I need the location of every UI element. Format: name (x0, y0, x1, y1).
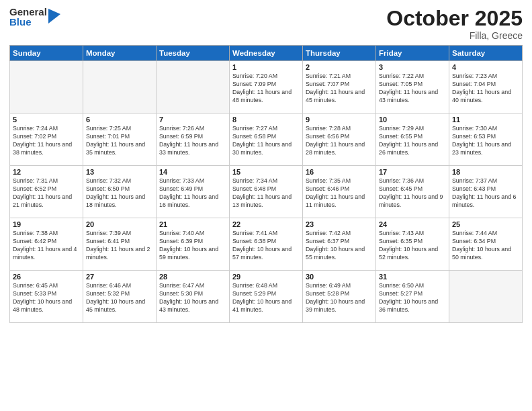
day-number: 28 (159, 273, 226, 281)
table-row: 21Sunrise: 7:40 AMSunset: 6:39 PMDayligh… (157, 218, 230, 271)
day-number: 8 (232, 116, 300, 124)
day-number: 5 (13, 116, 80, 124)
day-info: Sunrise: 7:43 AMSunset: 6:35 PMDaylight:… (379, 230, 446, 262)
day-info: Sunrise: 7:22 AMSunset: 7:05 PMDaylight:… (379, 73, 446, 105)
day-number: 7 (159, 116, 226, 124)
day-info: Sunrise: 7:36 AMSunset: 6:45 PMDaylight:… (379, 177, 446, 210)
day-number: 31 (379, 273, 446, 281)
day-info: Sunrise: 7:42 AMSunset: 6:37 PMDaylight:… (306, 230, 373, 262)
calendar-header-row: Sunday Monday Tuesday Wednesday Thursday… (10, 46, 523, 61)
day-number: 24 (379, 220, 446, 228)
day-info: Sunrise: 7:37 AMSunset: 6:43 PMDaylight:… (452, 177, 519, 210)
table-row: 30Sunrise: 6:49 AMSunset: 5:28 PMDayligh… (303, 271, 376, 323)
calendar-week-row: 12Sunrise: 7:31 AMSunset: 6:52 PMDayligh… (10, 166, 523, 218)
col-tuesday: Tuesday (157, 46, 230, 61)
table-row: 1Sunrise: 7:20 AMSunset: 7:09 PMDaylight… (230, 61, 303, 113)
day-info: Sunrise: 7:39 AMSunset: 6:41 PMDaylight:… (86, 230, 153, 262)
table-row: 15Sunrise: 7:34 AMSunset: 6:48 PMDayligh… (230, 166, 303, 218)
day-number: 25 (452, 220, 519, 228)
table-row: 26Sunrise: 6:45 AMSunset: 5:33 PMDayligh… (10, 271, 83, 323)
day-info: Sunrise: 6:48 AMSunset: 5:29 PMDaylight:… (232, 282, 300, 314)
day-info: Sunrise: 7:34 AMSunset: 6:48 PMDaylight:… (232, 177, 300, 210)
col-friday: Friday (376, 46, 449, 61)
day-number: 6 (86, 116, 153, 124)
table-row: 31Sunrise: 6:50 AMSunset: 5:27 PMDayligh… (376, 271, 449, 323)
day-info: Sunrise: 7:33 AMSunset: 6:49 PMDaylight:… (159, 177, 226, 210)
logo: General Blue (9, 7, 60, 27)
table-row: 20Sunrise: 7:39 AMSunset: 6:41 PMDayligh… (83, 218, 157, 271)
day-number: 17 (379, 168, 446, 176)
table-row (83, 61, 157, 113)
header: General Blue October 2025 Filla, Greece (9, 7, 523, 41)
day-info: Sunrise: 7:31 AMSunset: 6:52 PMDaylight:… (13, 177, 80, 210)
day-info: Sunrise: 6:47 AMSunset: 5:30 PMDaylight:… (159, 282, 226, 314)
day-info: Sunrise: 6:49 AMSunset: 5:28 PMDaylight:… (306, 282, 373, 314)
table-row: 11Sunrise: 7:30 AMSunset: 6:53 PMDayligh… (449, 113, 523, 166)
table-row: 7Sunrise: 7:26 AMSunset: 6:59 PMDaylight… (157, 113, 230, 166)
day-number: 4 (452, 63, 519, 71)
table-row: 12Sunrise: 7:31 AMSunset: 6:52 PMDayligh… (10, 166, 83, 218)
day-number: 26 (13, 273, 80, 281)
calendar-week-row: 19Sunrise: 7:38 AMSunset: 6:42 PMDayligh… (10, 218, 523, 271)
day-number: 27 (86, 273, 153, 281)
day-info: Sunrise: 7:25 AMSunset: 7:01 PMDaylight:… (86, 125, 153, 157)
table-row: 18Sunrise: 7:37 AMSunset: 6:43 PMDayligh… (449, 166, 523, 218)
table-row: 24Sunrise: 7:43 AMSunset: 6:35 PMDayligh… (376, 218, 449, 271)
day-number: 18 (452, 168, 519, 176)
day-info: Sunrise: 7:40 AMSunset: 6:39 PMDaylight:… (159, 230, 226, 262)
col-thursday: Thursday (303, 46, 376, 61)
table-row: 28Sunrise: 6:47 AMSunset: 5:30 PMDayligh… (157, 271, 230, 323)
day-info: Sunrise: 6:45 AMSunset: 5:33 PMDaylight:… (13, 282, 80, 314)
day-info: Sunrise: 7:32 AMSunset: 6:50 PMDaylight:… (86, 177, 153, 210)
day-number: 3 (379, 63, 446, 71)
table-row: 16Sunrise: 7:35 AMSunset: 6:46 PMDayligh… (303, 166, 376, 218)
day-number: 22 (232, 220, 300, 228)
table-row: 6Sunrise: 7:25 AMSunset: 7:01 PMDaylight… (83, 113, 157, 166)
page: General Blue October 2025 Filla, Greece … (0, 0, 532, 411)
day-info: Sunrise: 7:30 AMSunset: 6:53 PMDaylight:… (452, 125, 519, 157)
col-monday: Monday (83, 46, 157, 61)
day-number: 29 (232, 273, 300, 281)
col-sunday: Sunday (10, 46, 83, 61)
day-number: 14 (159, 168, 226, 176)
calendar-table: Sunday Monday Tuesday Wednesday Thursday… (9, 45, 523, 323)
table-row (10, 61, 83, 113)
location: Filla, Greece (386, 30, 523, 41)
table-row: 3Sunrise: 7:22 AMSunset: 7:05 PMDaylight… (376, 61, 449, 113)
table-row: 9Sunrise: 7:28 AMSunset: 6:56 PMDaylight… (303, 113, 376, 166)
day-number: 12 (13, 168, 80, 176)
day-number: 9 (306, 116, 373, 124)
day-number: 15 (232, 168, 300, 176)
calendar-week-row: 26Sunrise: 6:45 AMSunset: 5:33 PMDayligh… (10, 271, 523, 323)
table-row: 14Sunrise: 7:33 AMSunset: 6:49 PMDayligh… (157, 166, 230, 218)
day-number: 2 (306, 63, 373, 71)
table-row: 29Sunrise: 6:48 AMSunset: 5:29 PMDayligh… (230, 271, 303, 323)
day-info: Sunrise: 6:50 AMSunset: 5:27 PMDaylight:… (379, 282, 446, 314)
day-info: Sunrise: 7:28 AMSunset: 6:56 PMDaylight:… (306, 125, 373, 157)
title-block: October 2025 Filla, Greece (386, 7, 523, 41)
month-title: October 2025 (386, 7, 523, 30)
logo-blue: Blue (9, 17, 47, 27)
col-wednesday: Wednesday (230, 46, 303, 61)
table-row (157, 61, 230, 113)
day-info: Sunrise: 7:20 AMSunset: 7:09 PMDaylight:… (232, 73, 300, 105)
logo-icon (48, 9, 60, 24)
day-number: 23 (306, 220, 373, 228)
day-number: 20 (86, 220, 153, 228)
day-number: 13 (86, 168, 153, 176)
logo-general: General (9, 7, 47, 17)
day-number: 1 (232, 63, 300, 71)
table-row: 4Sunrise: 7:23 AMSunset: 7:04 PMDaylight… (449, 61, 523, 113)
day-info: Sunrise: 6:46 AMSunset: 5:32 PMDaylight:… (86, 282, 153, 314)
calendar-week-row: 5Sunrise: 7:24 AMSunset: 7:02 PMDaylight… (10, 113, 523, 166)
day-info: Sunrise: 7:21 AMSunset: 7:07 PMDaylight:… (306, 73, 373, 105)
table-row: 5Sunrise: 7:24 AMSunset: 7:02 PMDaylight… (10, 113, 83, 166)
day-info: Sunrise: 7:44 AMSunset: 6:34 PMDaylight:… (452, 230, 519, 262)
table-row: 22Sunrise: 7:41 AMSunset: 6:38 PMDayligh… (230, 218, 303, 271)
table-row: 19Sunrise: 7:38 AMSunset: 6:42 PMDayligh… (10, 218, 83, 271)
calendar-week-row: 1Sunrise: 7:20 AMSunset: 7:09 PMDaylight… (10, 61, 523, 113)
svg-marker-0 (48, 9, 60, 24)
table-row: 13Sunrise: 7:32 AMSunset: 6:50 PMDayligh… (83, 166, 157, 218)
table-row: 23Sunrise: 7:42 AMSunset: 6:37 PMDayligh… (303, 218, 376, 271)
day-info: Sunrise: 7:23 AMSunset: 7:04 PMDaylight:… (452, 73, 519, 105)
